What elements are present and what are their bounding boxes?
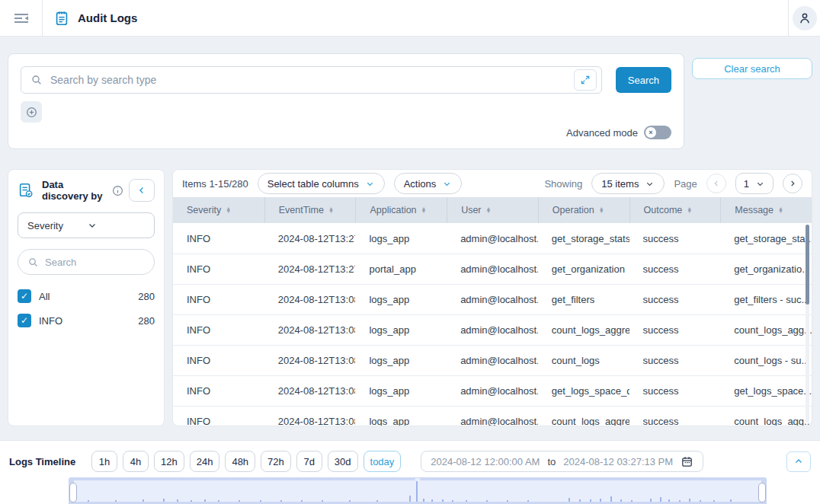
table-cell: count_logs_agg...: [720, 315, 812, 345]
search-icon: [27, 257, 39, 268]
table-scrollbar-thumb[interactable]: [806, 225, 809, 305]
histogram-bar: [486, 500, 488, 502]
column-header-eventtime[interactable]: EventTime▲▼: [264, 197, 356, 223]
range-button-1h[interactable]: 1h: [91, 451, 117, 472]
table-row[interactable]: INFO2024-08-12T13:08:...logs_appadmin@lo…: [173, 284, 812, 314]
range-button-12h[interactable]: 12h: [154, 451, 184, 472]
table-cell: INFO: [173, 285, 264, 314]
calendar-icon[interactable]: [681, 455, 693, 468]
range-button-30d[interactable]: 30d: [328, 451, 358, 472]
range-button-24h[interactable]: 24h: [190, 451, 220, 472]
column-header-operation[interactable]: Operation▲▼: [538, 197, 629, 223]
page-size-select[interactable]: 15 items: [591, 173, 665, 194]
search-input-box[interactable]: [21, 66, 602, 94]
table-cell: success: [629, 346, 721, 375]
table-row[interactable]: INFO2024-08-12T13:27:...logs_appadmin@lo…: [173, 223, 812, 254]
search-input[interactable]: [50, 74, 574, 86]
collapse-sidebar-button[interactable]: [129, 179, 155, 202]
column-header-severity[interactable]: Severity▲▼: [173, 197, 264, 223]
range-button-4h[interactable]: 4h: [123, 451, 149, 472]
table-row[interactable]: INFO2024-08-12T13:08:...logs_appadmin@lo…: [173, 406, 812, 426]
sort-icon[interactable]: ▲▼: [421, 207, 427, 213]
time-range-buttons: 1h4h12h24h48h72h7d30dtoday: [91, 451, 401, 472]
histogram-bar: [579, 499, 581, 502]
data-discovery-title: Data discovery by: [42, 179, 107, 202]
expand-search-button[interactable]: [574, 69, 597, 91]
column-header-label: Application: [370, 205, 416, 215]
histogram-bar: [700, 500, 701, 502]
column-header-outcome[interactable]: Outcome▲▼: [629, 197, 721, 223]
search-button[interactable]: Search: [616, 67, 671, 93]
table-cell: get_storage_stats: [538, 223, 629, 254]
top-bar: Audit Logs: [0, 0, 820, 37]
histogram-bar: [507, 500, 508, 502]
facet-item-info[interactable]: ✓INFO280: [18, 308, 155, 333]
chevron-down-icon: [442, 179, 452, 189]
facet-field-select[interactable]: Severity: [18, 212, 155, 238]
table-row[interactable]: INFO2024-08-12T13:08:...logs_appadmin@lo…: [173, 345, 812, 375]
histogram-bar: [115, 500, 117, 502]
brush-handle-left[interactable]: [69, 483, 77, 502]
range-button-7d[interactable]: 7d: [296, 451, 322, 472]
timeline-brush[interactable]: [69, 477, 767, 504]
page-title: Audit Logs: [78, 11, 137, 24]
previous-page-button[interactable]: [706, 174, 726, 193]
next-page-button[interactable]: [783, 174, 802, 193]
histogram-bar: [280, 500, 282, 502]
select-table-columns-button[interactable]: Select table columns: [258, 173, 385, 194]
histogram-bar: [409, 496, 411, 502]
collapse-menu-icon: [12, 9, 30, 27]
checkbox-checked-icon[interactable]: ✓: [18, 289, 31, 303]
collapse-menu-button[interactable]: [0, 0, 43, 37]
facet-item-all[interactable]: ✓All280: [18, 284, 155, 308]
brush-handle-right[interactable]: [758, 483, 766, 502]
table-cell: success: [629, 254, 721, 284]
sort-icon[interactable]: ▲▼: [328, 207, 334, 213]
table-row[interactable]: INFO2024-08-12T13:08:...logs_appadmin@lo…: [173, 375, 812, 406]
table-cell: success: [629, 223, 721, 254]
column-header-application[interactable]: Application▲▼: [355, 197, 447, 223]
sort-icon[interactable]: ▲▼: [226, 207, 231, 213]
table-row[interactable]: INFO2024-08-12T13:08:...logs_appadmin@lo…: [173, 314, 812, 345]
histogram-bar: [301, 500, 303, 502]
clear-search-button[interactable]: Clear search: [692, 58, 812, 79]
collapse-timeline-button[interactable]: [786, 451, 811, 472]
user-icon: [797, 11, 812, 26]
table-cell: success: [629, 407, 721, 426]
column-header-message[interactable]: Message▲▼: [720, 197, 812, 223]
actions-button[interactable]: Actions: [394, 173, 463, 194]
histogram-bar: [204, 499, 206, 502]
add-search-row-button[interactable]: [21, 101, 42, 123]
histogram-bar: [452, 500, 453, 502]
page-label: Page: [674, 178, 697, 190]
table-cell: logs_app: [355, 407, 447, 426]
column-header-user[interactable]: User▲▼: [447, 197, 538, 223]
table-row[interactable]: INFO2024-08-12T13:27:...portal_appadmin@…: [173, 254, 812, 284]
facet-search-box[interactable]: [18, 249, 155, 275]
range-button-72h[interactable]: 72h: [261, 451, 291, 472]
table-cell: admin@localhost.lo...: [447, 285, 538, 314]
advanced-mode-toggle[interactable]: ×: [644, 126, 671, 139]
timeline-selection[interactable]: [74, 480, 761, 502]
table-cell: logs_app: [355, 315, 447, 345]
table-cell: 2024-08-12T13:08:...: [264, 346, 356, 375]
histogram-bar: [620, 499, 622, 502]
facet-list: ✓All280✓INFO280: [18, 284, 155, 333]
table-cell: logs_app: [355, 223, 447, 254]
table-cell: count_logs - su...: [720, 346, 812, 375]
sort-icon[interactable]: ▲▼: [599, 207, 604, 213]
checkbox-checked-icon[interactable]: ✓: [18, 314, 31, 327]
histogram-bar: [610, 496, 612, 502]
date-range-picker[interactable]: 2024-08-12 12:00:00 AM to 2024-08-12 03:…: [421, 451, 703, 472]
user-avatar[interactable]: [793, 6, 817, 30]
histogram-bar: [590, 499, 591, 502]
sort-icon[interactable]: ▲▼: [687, 207, 692, 213]
range-button-today[interactable]: today: [364, 451, 402, 472]
sort-icon[interactable]: ▲▼: [778, 207, 783, 213]
table-header-row: Severity▲▼EventTime▲▼Application▲▼User▲▼…: [173, 197, 812, 223]
sort-icon[interactable]: ▲▼: [486, 207, 492, 213]
range-button-48h[interactable]: 48h: [225, 451, 255, 472]
info-icon[interactable]: [111, 184, 124, 197]
page-number-select[interactable]: 1: [735, 173, 774, 194]
facet-search-input[interactable]: [45, 257, 179, 268]
